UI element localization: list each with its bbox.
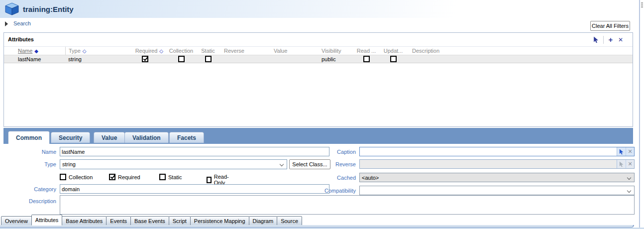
read-only-checkbox[interactable] [207, 177, 212, 183]
tab-common[interactable]: Common [8, 131, 50, 144]
tab-facets[interactable]: Facets [169, 132, 204, 143]
cached-label: Cached [304, 175, 356, 181]
toolbar-separator [603, 36, 604, 44]
cell-reverse [220, 55, 266, 63]
reverse-label: Reverse [304, 161, 356, 167]
name-label: Name [6, 149, 56, 155]
tab-validation[interactable]: Validation [124, 132, 169, 143]
attributes-panel: Attributes + ✕ Name ◆ Type ◇ Required ◇ … [3, 32, 633, 127]
cell-description [406, 55, 633, 63]
type-label: Type [6, 161, 56, 167]
name-field[interactable] [60, 147, 329, 156]
search-expander[interactable]: Search [13, 20, 31, 26]
detail-tabstrip: Common Security Value Validation Facets [3, 128, 633, 144]
tab-persistence-mapping[interactable]: Persistence Mapping [190, 216, 249, 226]
attribute-row[interactable]: lastName string public [4, 55, 633, 63]
required-checkbox[interactable] [109, 174, 115, 180]
collection-checkbox[interactable] [60, 174, 66, 180]
tab-base-events[interactable]: Base Events [130, 216, 169, 226]
search-section: Search Clear All Filters [0, 18, 634, 32]
description-field[interactable] [60, 195, 635, 215]
column-header-type[interactable]: Type ◇ [65, 47, 124, 55]
category-label: Category [6, 186, 56, 192]
column-header-name[interactable]: Name ◆ [4, 47, 65, 55]
cell-updatable[interactable] [380, 55, 406, 63]
common-tab-form: Name Type string Select Class... Collect… [3, 144, 633, 216]
cell-static[interactable] [196, 55, 220, 63]
column-header-static[interactable]: Static [196, 47, 220, 55]
required-flag[interactable]: Required [109, 174, 140, 180]
bottom-tabbar: Overview Attributes Base Attributes Even… [0, 215, 634, 226]
type-dropdown[interactable]: string [60, 159, 287, 169]
read-only-checkbox[interactable] [363, 56, 370, 62]
tab-script[interactable]: Script [169, 216, 191, 226]
expander-triangle-icon[interactable] [5, 21, 8, 26]
clear-all-filters-button[interactable]: Clear All Filters [590, 21, 630, 31]
add-attribute-icon[interactable]: + [606, 35, 616, 44]
entity-cube-icon [5, 2, 19, 15]
tab-base-attributes[interactable]: Base Attributes [62, 216, 107, 226]
caption-picker-arrow-icon[interactable] [617, 147, 626, 156]
caption-label: Caption [304, 149, 356, 155]
cell-required[interactable] [124, 55, 166, 63]
chevron-down-icon [280, 162, 284, 166]
tab-source[interactable]: Source [277, 216, 302, 226]
column-header-collection[interactable]: Collection [166, 47, 196, 55]
column-header-reverse[interactable]: Reverse [220, 47, 266, 55]
column-header-description[interactable]: Description [406, 47, 633, 55]
caption-field[interactable]: ✕ [359, 147, 635, 156]
tab-diagram[interactable]: Diagram [249, 216, 278, 226]
compatibility-dropdown[interactable] [359, 186, 635, 195]
column-header-required[interactable]: Required ◇ [124, 47, 166, 55]
required-checkbox[interactable] [142, 56, 148, 62]
cell-read-only[interactable] [352, 55, 380, 63]
reverse-picker-arrow-icon [617, 160, 626, 168]
column-header-read-only[interactable]: Read ... [352, 47, 380, 55]
category-field[interactable] [60, 184, 329, 194]
collection-checkbox[interactable] [178, 56, 185, 62]
static-checkbox[interactable] [159, 174, 166, 180]
page-title: training:Entity [23, 5, 74, 13]
tab-events[interactable]: Events [106, 216, 131, 226]
tab-value[interactable]: Value [94, 132, 125, 143]
reverse-field: ✕ [359, 159, 635, 169]
chevron-down-icon [627, 176, 631, 180]
tab-attributes[interactable]: Attributes [31, 215, 62, 226]
attributes-toolbar: + ✕ [591, 35, 626, 45]
attributes-panel-titlebar: Attributes + ✕ [4, 33, 633, 47]
tab-overview[interactable]: Overview [1, 216, 32, 226]
attributes-grid-header: Name ◆ Type ◇ Required ◇ Collection Stat… [4, 47, 633, 55]
cell-type: string [65, 55, 124, 63]
updatable-checkbox[interactable] [390, 56, 397, 62]
column-header-updatable[interactable]: Updat... [380, 47, 406, 55]
column-header-visibility[interactable]: Visibility [314, 47, 352, 55]
sort-diamond-filled-icon: ◆ [34, 48, 38, 54]
static-flag[interactable]: Static [159, 174, 182, 180]
right-splitter[interactable] [639, 0, 640, 228]
cached-dropdown[interactable]: <auto> [359, 173, 635, 182]
cell-value [266, 55, 314, 63]
sort-diamond-icon: ◇ [159, 48, 163, 54]
description-label: Description [6, 198, 56, 204]
cell-visibility: public [314, 55, 352, 63]
column-header-value[interactable]: Value [266, 47, 314, 55]
page-header: training:Entity [0, 0, 634, 18]
chevron-down-icon [627, 189, 631, 193]
cell-name: lastName [4, 55, 65, 63]
collapsed-panel-grip-icon[interactable] [641, 2, 643, 7]
sort-diamond-icon: ◇ [83, 48, 87, 54]
caption-clear-icon[interactable]: ✕ [626, 147, 634, 156]
attributes-panel-title: Attributes [8, 36, 34, 42]
reverse-clear-icon: ✕ [626, 160, 634, 168]
collection-flag[interactable]: Collection [60, 174, 93, 180]
static-checkbox[interactable] [205, 56, 212, 62]
select-arrow-icon[interactable] [591, 35, 601, 44]
delete-attribute-icon[interactable]: ✕ [616, 35, 626, 44]
compatibility-label: Compatibility [304, 188, 356, 194]
tab-security[interactable]: Security [51, 132, 90, 143]
cell-collection[interactable] [166, 55, 196, 63]
